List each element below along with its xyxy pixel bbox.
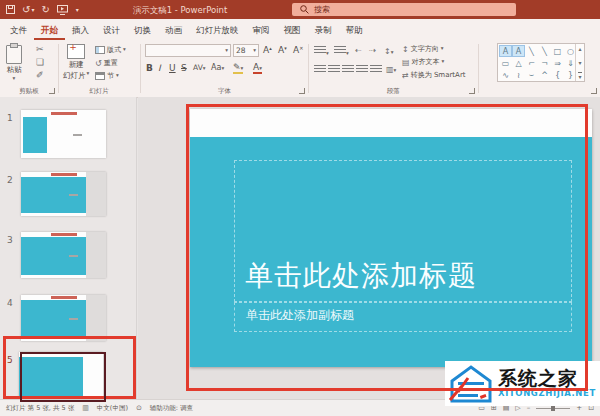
slides-group: 新建 幻灯片▾ 版式▾ ↺重置 节▾ 幻灯片 [59,40,139,97]
tab-slideshow[interactable]: 幻灯片放映 [189,19,246,40]
font-size-combo[interactable]: 28▾ [233,44,259,57]
clipboard-group: 粘贴 ▾ ✂ ❏ ✐ 剪贴板 [0,40,58,97]
tab-animations[interactable]: 动画 [158,19,189,40]
italic-button[interactable]: I [158,64,161,73]
layout-button[interactable]: 版式▾ [95,45,126,55]
paragraph-group: ▾ ▾ ⇠ ⇢ ↕▾ ▥▾ ↕文字方向▾ ▤对齐文本▾ ⇄转换为 SmartAr… [309,40,478,97]
shape-triangle[interactable]: △ [512,57,525,69]
slide-title-placeholder-text[interactable]: 单击此处添加标题 [245,257,477,295]
paste-button[interactable]: 粘贴 ▾ [6,43,22,82]
search-box[interactable]: 搜索 [292,3,516,16]
slide-thumbnail-4[interactable] [21,295,106,341]
format-painter-button[interactable]: ✐ [36,71,44,80]
font-color-button[interactable]: A▾ [253,63,262,74]
language-indicator[interactable]: 中文(中国) [97,404,128,413]
tab-insert[interactable]: 插入 [65,19,96,40]
shape-chevron[interactable]: ^ [538,69,551,81]
undo-dropdown-icon: ▾ [31,7,34,13]
gallery-down-button[interactable]: ▾ [578,59,581,66]
tab-review[interactable]: 审阅 [246,19,277,40]
columns-button[interactable]: ▥▾ [386,64,396,74]
slide-canvas[interactable]: 单击此处添加标题 单击此处添加副标题 [190,109,592,367]
spellcheck-icon[interactable]: ▥ [82,404,89,412]
decrease-indent-button[interactable]: ⇠ [355,46,362,55]
zoom-slider[interactable] [536,408,570,409]
slide-thumbnail-3[interactable] [21,232,106,278]
gallery-up-button[interactable]: ▴ [578,45,581,52]
slide-thumbnail-1[interactable] [21,110,106,158]
paragraph-dialog-launcher[interactable] [469,88,475,94]
tab-design[interactable]: 设计 [96,19,127,40]
copy-button[interactable]: ❏ [36,58,44,67]
new-slide-button[interactable]: 新建 幻灯片▾ [63,43,89,81]
chevron-down-icon: ▾ [76,7,79,13]
shape-line[interactable]: ╲ [525,45,538,57]
line-spacing-button[interactable]: ↕▾ [384,46,393,56]
accessibility-status[interactable]: 辅助功能: 调查 [150,404,193,413]
bullets-button[interactable]: ▾ [314,46,329,57]
ribbon-tab-row: 文件 开始 插入 设计 切换 动画 幻灯片放映 审阅 视图 录制 帮助 [0,19,600,40]
tab-record[interactable]: 录制 [308,19,339,40]
shape-textbox-vertical[interactable]: A [512,45,525,57]
align-text-button[interactable]: ▤对齐文本▾ [402,57,444,67]
change-case-button[interactable]: Aa▾ [211,64,224,72]
tab-file[interactable]: 文件 [3,19,34,40]
grow-font-button[interactable]: A▴ [263,46,272,55]
strikethrough-button[interactable]: S [181,64,187,73]
numbering-button[interactable]: ▾ [334,46,349,57]
font-name-combo[interactable]: ▾ [145,44,231,57]
shape-brace-left[interactable]: { [551,69,564,81]
slide-thumbnail-5[interactable] [19,352,103,399]
tab-transitions[interactable]: 切换 [127,19,158,40]
undo-button[interactable]: ↺▾ [22,5,34,15]
cut-button[interactable]: ✂ [36,45,44,54]
chevron-down-icon: ▾ [225,48,228,54]
align-center-button[interactable] [328,65,340,74]
shape-curve[interactable]: ∿ [499,69,512,81]
shape-textbox-horizontal[interactable]: A [499,45,512,57]
layout-icon [95,46,105,54]
font-dialog-launcher[interactable] [299,88,305,94]
shape-scribble[interactable]: ≀ [512,69,525,81]
convert-smartart-button[interactable]: ⇄转换为 SmartArt [402,70,476,80]
justify-button[interactable] [356,65,368,74]
gallery-more-button[interactable]: ▾ [578,72,581,80]
save-button[interactable] [6,5,15,14]
shape-arc[interactable]: ⌣ [525,69,538,81]
drawing-dialog-launcher[interactable] [591,88,597,94]
shape-elbow-connector-2[interactable]: ¬ [538,57,551,69]
reset-button[interactable]: ↺重置 [95,58,118,68]
shape-arrow-right[interactable]: ⇒ [551,57,564,69]
shape-rounded-rectangle[interactable]: ▭ [499,57,512,69]
increase-indent-button[interactable]: ⇢ [369,46,376,55]
bold-button[interactable]: B [146,64,153,73]
tab-help[interactable]: 帮助 [339,19,370,40]
character-spacing-button[interactable]: AV▾ [193,64,206,72]
reset-icon: ↺ [95,59,102,68]
shrink-font-button[interactable]: A▾ [278,46,287,55]
search-icon [300,5,309,14]
redo-button[interactable]: ↻ [41,5,49,15]
shape-line-arrow[interactable]: ╲ [538,45,551,57]
tab-home[interactable]: 开始 [34,19,65,40]
chevron-down-icon: ▾ [123,47,126,53]
section-button[interactable]: 节▾ [95,71,119,81]
distribute-button[interactable] [370,65,382,74]
underline-button[interactable]: U [169,64,176,73]
clear-formatting-button[interactable]: A✕ [293,46,303,55]
clipboard-dialog-launcher[interactable] [49,88,55,94]
chevron-down-icon: ▾ [441,46,444,52]
align-right-button[interactable] [342,65,354,74]
shape-elbow-connector[interactable]: ⌐ [525,57,538,69]
text-direction-button[interactable]: ↕文字方向▾ [402,44,443,54]
start-slideshow-button[interactable] [57,5,68,15]
thumb-right-column [86,172,106,216]
smartart-icon: ⇄ [402,71,409,80]
shape-rectangle[interactable]: □ [551,45,564,57]
slide-thumbnail-2[interactable] [21,172,106,216]
align-left-button[interactable] [314,65,326,74]
slide-subtitle-placeholder-text[interactable]: 单击此处添加副标题 [246,307,354,324]
tab-view[interactable]: 视图 [277,19,308,40]
text-highlight-button[interactable]: ✎▾ [233,63,243,74]
customize-qat-button[interactable]: ▾ [75,7,79,13]
